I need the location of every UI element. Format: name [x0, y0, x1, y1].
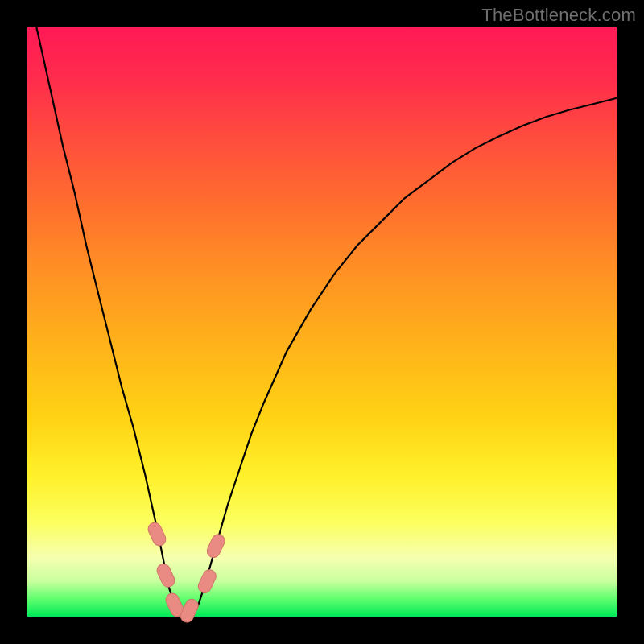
chart-frame: TheBottleneck.com — [0, 0, 644, 644]
curve-marker — [146, 521, 167, 548]
curve-marker — [196, 568, 218, 595]
curve-marker — [205, 532, 227, 559]
curve-marker — [155, 562, 176, 589]
chart-plot-area — [27, 27, 617, 617]
bottleneck-curve — [27, 0, 617, 617]
curve-markers — [146, 521, 226, 625]
watermark-text: TheBottleneck.com — [481, 5, 636, 26]
chart-svg — [27, 27, 617, 617]
